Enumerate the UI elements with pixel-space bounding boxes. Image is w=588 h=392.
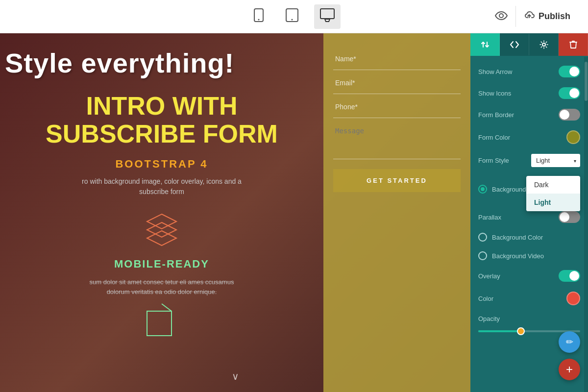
- sidebar-panel: Show Arrow Show Icons Form Border Form C…: [470, 33, 588, 392]
- dropdown-option-dark[interactable]: Dark: [526, 176, 580, 194]
- message-field[interactable]: [333, 120, 461, 159]
- show-icons-label: Show Icons: [478, 90, 511, 97]
- canvas-desc: ro with background image, color overlay,…: [78, 176, 245, 197]
- topbar-right: Publish: [341, 6, 578, 27]
- canvas-title: INTRO WITH SUBSCRIBE FORM: [46, 92, 278, 158]
- svg-point-10: [542, 43, 545, 46]
- main-area: Style everything! INTRO WITH SUBSCRIBE F…: [0, 33, 588, 392]
- background-color-radio[interactable]: [478, 233, 487, 242]
- form-border-label: Form Border: [478, 111, 514, 119]
- sidebar-scrollbar-thumb: [585, 62, 588, 101]
- phone-field[interactable]: [333, 96, 461, 118]
- edit-fab-button[interactable]: ✏: [559, 331, 580, 353]
- background-label: Background: [492, 186, 526, 193]
- show-arrow-row: Show Arrow: [470, 61, 588, 82]
- svg-point-1: [258, 19, 260, 20]
- code-tool-btn[interactable]: [500, 34, 529, 55]
- svg-marker-7: [147, 222, 176, 237]
- show-arrow-toggle[interactable]: [559, 66, 580, 77]
- publish-label: Publish: [539, 11, 570, 22]
- overlay-toggle[interactable]: [559, 270, 580, 282]
- style-everything-heading: Style everything!: [5, 47, 348, 79]
- background-color-label: Background Color: [492, 234, 543, 241]
- publish-cloud-icon: [524, 11, 535, 22]
- mobile-device-btn[interactable]: [247, 4, 270, 29]
- box-outline-icon: [142, 301, 181, 343]
- svg-point-5: [499, 14, 503, 18]
- delete-tool-btn[interactable]: [559, 33, 588, 56]
- background-video-label: Background Video: [492, 252, 544, 260]
- svg-point-3: [292, 19, 293, 20]
- svg-rect-9: [147, 311, 172, 336]
- publish-button[interactable]: Publish: [515, 6, 578, 27]
- lorem-text: sum dolor sit amet consec tetur eli ames…: [78, 277, 245, 296]
- form-border-toggle[interactable]: [559, 109, 580, 121]
- color-row: Color: [470, 287, 588, 310]
- show-icons-toggle[interactable]: [559, 87, 580, 99]
- overlay-row: Overlay: [470, 265, 588, 287]
- parallax-toggle[interactable]: [559, 211, 580, 223]
- color-swatch[interactable]: [566, 292, 580, 305]
- device-switcher: [247, 4, 341, 29]
- form-style-label: Form Style: [478, 157, 509, 164]
- opacity-label: Opacity: [478, 315, 500, 322]
- opacity-label-row: Opacity: [470, 310, 588, 327]
- overlay-label: Overlay: [478, 272, 500, 280]
- email-field[interactable]: [333, 72, 461, 94]
- background-video-radio[interactable]: [478, 251, 487, 260]
- color-label: Color: [478, 295, 493, 302]
- form-border-row: Form Border: [470, 104, 588, 125]
- form-style-select[interactable]: Light Dark: [531, 154, 580, 167]
- subscribe-form: GET STARTED: [323, 33, 470, 392]
- background-video-row: Background Video: [470, 246, 588, 265]
- svg-marker-6: [147, 214, 176, 229]
- topbar: Publish: [0, 0, 588, 33]
- show-icons-row: Show Icons: [470, 82, 588, 104]
- svg-marker-8: [147, 231, 176, 245]
- canvas-subtitle: BOOTSTRAP 4: [115, 158, 208, 171]
- preview-btn[interactable]: [495, 10, 508, 23]
- form-color-label: Form Color: [478, 134, 510, 141]
- settings-tool-btn[interactable]: [529, 33, 559, 56]
- sidebar-toolbar: [470, 33, 588, 56]
- form-color-row: Form Color: [470, 125, 588, 149]
- background-color-row: Background Color: [470, 228, 588, 246]
- canvas-content: INTRO WITH SUBSCRIBE FORM BOOTSTRAP 4 ro…: [0, 33, 470, 392]
- background-radio[interactable]: [478, 185, 487, 194]
- canvas-title-text: INTRO WITH SUBSCRIBE FORM: [46, 92, 278, 148]
- parallax-label: Parallax: [478, 214, 501, 221]
- slider-thumb[interactable]: [517, 327, 525, 335]
- canvas: Style everything! INTRO WITH SUBSCRIBE F…: [0, 33, 470, 392]
- tablet-device-btn[interactable]: [280, 4, 304, 29]
- sort-tool-btn[interactable]: [470, 33, 500, 56]
- submit-button[interactable]: GET STARTED: [333, 169, 461, 192]
- add-fab-button[interactable]: +: [559, 359, 580, 380]
- slider-fill: [478, 330, 519, 332]
- form-color-swatch[interactable]: [566, 130, 580, 144]
- dropdown-option-light[interactable]: Light: [526, 194, 580, 211]
- mobile-ready-text: MOBILE-READY: [114, 258, 209, 270]
- name-field[interactable]: [333, 48, 461, 70]
- canvas-left: INTRO WITH SUBSCRIBE FORM BOOTSTRAP 4 ro…: [0, 33, 323, 392]
- svg-rect-4: [320, 9, 334, 19]
- layers-icon: [142, 212, 181, 248]
- desktop-device-btn[interactable]: [314, 4, 341, 29]
- scroll-indicator: ∨: [232, 370, 239, 382]
- form-style-select-wrapper: Light Dark ▾: [531, 154, 580, 167]
- show-arrow-label: Show Arrow: [478, 68, 512, 75]
- form-style-row: Form Style Light Dark ▾ Dark Light: [470, 149, 588, 172]
- form-style-dropdown: Dark Light: [526, 176, 580, 211]
- sidebar-scrollbar[interactable]: [584, 57, 588, 392]
